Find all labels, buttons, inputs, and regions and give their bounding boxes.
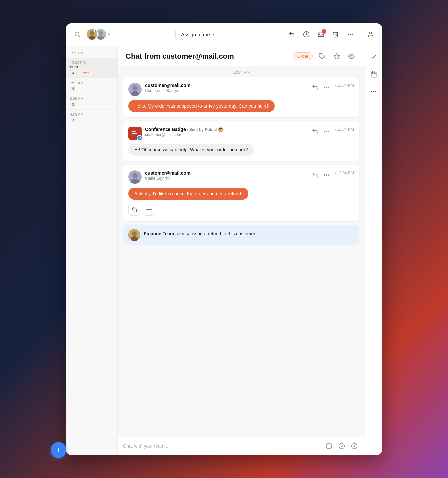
message-meta-1: Conference Badge · Sent by Rafael 🧑 cust… bbox=[145, 127, 307, 137]
svg-rect-25 bbox=[132, 135, 135, 135]
message-card-0: customer@mail.com Conference Badge bbox=[123, 77, 359, 117]
clock-button[interactable] bbox=[300, 28, 312, 40]
more-button[interactable] bbox=[344, 28, 356, 40]
online-dot bbox=[94, 29, 97, 32]
circle-check-button[interactable] bbox=[337, 441, 347, 451]
message-bottom-actions bbox=[128, 204, 354, 216]
toolbar-center: Assign to me ▾ bbox=[114, 29, 282, 40]
search-icon bbox=[74, 31, 81, 38]
sidebar-badges-3: 3 bbox=[70, 102, 113, 107]
svg-point-35 bbox=[147, 209, 148, 210]
svg-point-15 bbox=[351, 55, 352, 57]
time-divider: 12:04 PM bbox=[123, 66, 359, 77]
assign-chevron-icon: ▾ bbox=[213, 32, 215, 37]
avatar-chevron-icon: ▾ bbox=[108, 32, 110, 37]
circle-check-icon bbox=[338, 443, 345, 449]
agent-mention-avatar bbox=[128, 229, 140, 241]
emoji-icon bbox=[326, 443, 332, 449]
svg-point-52 bbox=[375, 91, 376, 92]
agent-mention-rest: , please issue a refund to this customer… bbox=[174, 231, 256, 236]
svg-point-10 bbox=[350, 34, 351, 35]
inbox-badge: 1 bbox=[322, 29, 326, 34]
svg-rect-24 bbox=[132, 133, 137, 134]
card-more-button[interactable] bbox=[143, 204, 155, 216]
message-time-0: 12:04 PM bbox=[334, 83, 354, 88]
plus-circle-button[interactable] bbox=[349, 441, 359, 451]
message-meta-0: customer@mail.com Conference Badge bbox=[145, 83, 307, 93]
svg-point-19 bbox=[324, 87, 325, 88]
chat-area: Chat from customer@mail.com Order bbox=[118, 46, 365, 455]
svg-rect-23 bbox=[132, 131, 136, 132]
clock-icon bbox=[303, 31, 310, 38]
right-more-button[interactable] bbox=[368, 86, 380, 98]
chat-input-area bbox=[118, 437, 365, 455]
tag-button[interactable] bbox=[317, 51, 327, 62]
avatar-group[interactable]: ▾ bbox=[86, 28, 110, 40]
reply-icon bbox=[288, 31, 295, 38]
calendar-button[interactable] bbox=[368, 68, 380, 80]
more-msg-button-0[interactable] bbox=[322, 83, 331, 92]
svg-point-9 bbox=[348, 34, 349, 35]
message-sender-0: customer@mail.com bbox=[145, 83, 307, 88]
sidebar-time-0: 1:31 PM bbox=[70, 51, 113, 55]
svg-point-39 bbox=[132, 231, 137, 236]
message-header-2: customer@mail.com Claire Sighrim bbox=[128, 170, 354, 184]
sidebar-item-0[interactable]: 1:31 PM bbox=[66, 48, 117, 58]
sidebar-item-3[interactable]: 6:39 AM 3 bbox=[66, 94, 117, 110]
star-button[interactable] bbox=[331, 51, 342, 62]
sidebar-item-4[interactable]: 4:03 AM 3 bbox=[66, 110, 117, 125]
card-reply-icon bbox=[131, 206, 138, 213]
sidebar-time-1: 12:03 PM bbox=[70, 61, 113, 65]
chat-input[interactable] bbox=[123, 443, 321, 449]
inbox-button[interactable]: 1 bbox=[315, 28, 327, 40]
message-avatar-0 bbox=[128, 83, 142, 96]
svg-point-37 bbox=[151, 209, 152, 210]
agent-mention-message: Finance Team, please issue a refund to t… bbox=[123, 225, 359, 245]
search-button[interactable] bbox=[71, 28, 83, 40]
card-reply-button[interactable] bbox=[128, 204, 140, 216]
reply-msg-icon-1 bbox=[312, 128, 318, 135]
fab-plus-icon: + bbox=[56, 445, 61, 455]
more-msg-icon-2 bbox=[323, 172, 330, 178]
messages-container: 12:04 PM customer@mail.com bbox=[118, 66, 365, 437]
reply-msg-icon-0 bbox=[312, 84, 318, 91]
card-more-icon bbox=[146, 206, 152, 213]
agent-mention-avatar-img bbox=[128, 229, 140, 241]
svg-point-0 bbox=[75, 32, 79, 36]
more-msg-button-2[interactable] bbox=[322, 170, 331, 180]
trash-button[interactable] bbox=[330, 28, 342, 40]
message-sender-1: Conference Badge · Sent by Rafael 🧑 bbox=[145, 127, 307, 132]
chat-title: Chat from customer@mail.com bbox=[126, 52, 289, 61]
reply-msg-button-0[interactable] bbox=[310, 83, 320, 92]
reply-button[interactable] bbox=[286, 28, 298, 40]
message-time-1: 12:04 PM bbox=[334, 127, 354, 132]
svg-point-17 bbox=[132, 85, 138, 91]
toolbar-right bbox=[362, 28, 377, 40]
emoji-button[interactable] bbox=[324, 441, 334, 451]
svg-point-33 bbox=[326, 174, 327, 175]
message-actions-0 bbox=[310, 83, 331, 92]
reply-msg-button-1[interactable] bbox=[310, 127, 320, 136]
sidebar: 1:31 PM 12:03 PM eren... 4 Order 7:51 AM… bbox=[66, 46, 118, 455]
calendar-icon bbox=[370, 71, 377, 78]
svg-point-36 bbox=[149, 209, 150, 210]
conference-logo bbox=[128, 127, 142, 140]
eye-button[interactable] bbox=[346, 51, 357, 62]
message-meta-2: customer@mail.com Claire Sighrim bbox=[145, 170, 307, 181]
more-msg-button-1[interactable] bbox=[322, 127, 331, 136]
reply-msg-button-2[interactable] bbox=[310, 170, 320, 180]
svg-point-34 bbox=[328, 174, 329, 175]
toolbar-actions: 1 bbox=[286, 28, 356, 40]
message-avatar-1 bbox=[128, 127, 142, 140]
sidebar-time-3: 6:39 AM bbox=[70, 97, 113, 101]
user-profile-button[interactable] bbox=[365, 28, 377, 40]
check-button[interactable] bbox=[368, 51, 380, 63]
sidebar-item-2[interactable]: 7:51 AM 4 bbox=[66, 78, 117, 94]
assign-to-me-button[interactable]: Assign to me ▾ bbox=[175, 29, 220, 40]
svg-point-6 bbox=[99, 31, 103, 35]
fab-plus-button[interactable]: + bbox=[51, 442, 66, 458]
customer-avatar-img-2 bbox=[128, 170, 142, 184]
more-msg-icon-0 bbox=[323, 84, 330, 91]
sidebar-item-1[interactable]: 12:03 PM eren... 4 Order bbox=[66, 58, 117, 78]
message-sub-0: Conference Badge bbox=[145, 88, 307, 93]
